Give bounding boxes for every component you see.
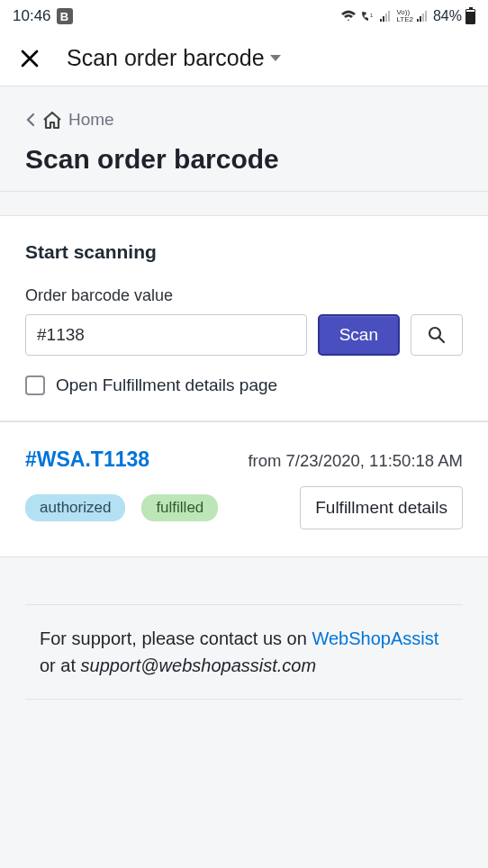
svg-rect-5 [417,19,419,22]
search-button[interactable] [411,314,463,356]
app-indicator-icon: B [57,8,73,24]
status-time: 10:46 [13,7,51,25]
network-label-icon: Vo))LTE2 [396,9,413,23]
order-card: #WSA.T1138 from 7/23/2020, 11:50:18 AM a… [0,421,488,557]
svg-rect-4 [388,11,390,22]
header-title-text: Scan order barcode [67,45,265,71]
battery-icon [465,9,475,24]
barcode-input-row: Scan [25,314,463,356]
search-icon [427,325,447,345]
svg-rect-3 [385,14,387,22]
status-bar: 10:46 B 1 Vo))LTE2 84% [0,0,488,32]
order-date: from 7/23/2020, 11:50:18 AM [248,451,463,471]
open-fulfillment-checkbox-row[interactable]: Open Fulfillment details page [25,375,463,395]
svg-rect-1 [380,19,382,22]
wifi-icon [340,10,357,23]
svg-rect-8 [425,11,427,22]
svg-point-9 [429,328,440,339]
support-email: support@webshopassist.com [81,656,317,675]
support-section: For support, please contact us on WebSho… [0,604,488,700]
breadcrumb-home-label: Home [68,110,114,130]
order-bottom-row: authorized fulfilled Fulfillment details [25,486,463,529]
status-battery-text: 84% [433,8,462,24]
home-icon [41,110,63,130]
app-header: Scan order barcode [0,32,488,86]
scan-card: Start scanning Order barcode value Scan … [0,215,488,421]
order-top-row: #WSA.T1138 from 7/23/2020, 11:50:18 AM [25,448,463,472]
status-left: 10:46 B [13,7,73,25]
fulfillment-details-button[interactable]: Fulfillment details [300,486,463,529]
open-fulfillment-checkbox[interactable] [25,375,45,395]
chevron-left-icon [25,112,36,128]
support-link[interactable]: WebShopAssist [312,628,438,648]
chevron-down-icon [270,55,281,61]
close-icon[interactable] [18,47,41,70]
signal-2-icon [417,11,429,22]
barcode-input[interactable] [25,314,307,356]
open-fulfillment-label: Open Fulfillment details page [56,375,277,395]
breadcrumb[interactable]: Home [25,110,463,130]
scan-section-title: Start scanning [25,241,463,263]
status-badge-fulfilled: fulfilled [141,494,218,521]
order-name-link[interactable]: #WSA.T1138 [25,448,149,472]
svg-rect-2 [383,16,384,22]
svg-rect-6 [420,16,421,22]
signal-1-icon [380,11,393,22]
barcode-field-label: Order barcode value [25,286,463,305]
call-icon: 1 [360,10,376,23]
scan-button[interactable]: Scan [318,314,400,356]
header-title-dropdown[interactable]: Scan order barcode [67,45,281,71]
status-right: 1 Vo))LTE2 84% [340,8,475,24]
support-text: For support, please contact us on WebSho… [25,604,463,700]
content-header: Home Scan order barcode [0,86,488,192]
page-title: Scan order barcode [25,144,463,175]
svg-text:1: 1 [370,13,374,18]
status-badge-authorized: authorized [25,494,125,521]
svg-rect-7 [422,14,424,22]
